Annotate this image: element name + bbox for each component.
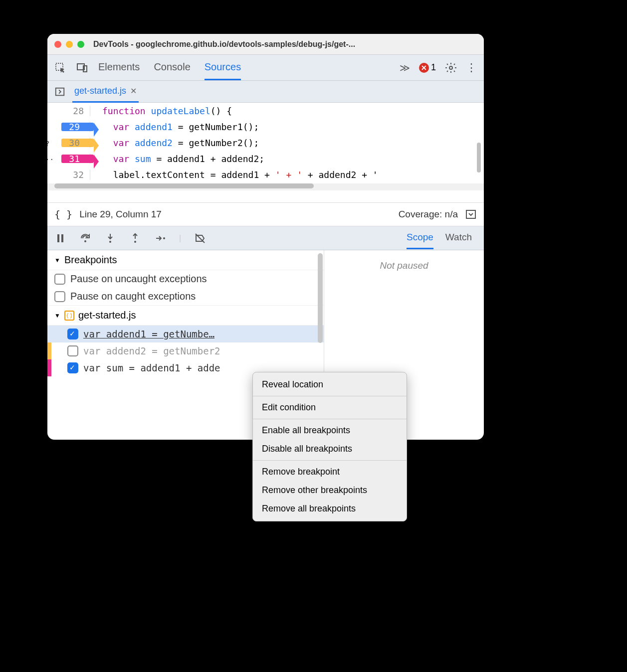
error-badge[interactable]: ✕ 1: [419, 62, 436, 73]
svg-point-9: [109, 241, 111, 243]
tab-sources[interactable]: Sources: [205, 55, 241, 80]
step-over-icon[interactable]: [79, 232, 91, 244]
toolbar-right: ≫ ✕ 1 ⋮: [400, 61, 477, 74]
traffic-lights: [54, 41, 84, 48]
svg-point-11: [163, 237, 165, 239]
coverage-status: Coverage: n/a: [399, 209, 458, 220]
svg-point-3: [449, 66, 452, 69]
cursor-position: Line 29, Column 17: [79, 209, 162, 220]
menu-item[interactable]: Edit condition: [253, 398, 407, 417]
code-content: var sum = addend1 + addend2;: [90, 154, 264, 164]
code-editor[interactable]: 28function updateLabel() {29 var addend1…: [47, 103, 484, 202]
breakpoint-file-header[interactable]: ▼ ⟨⟩ get-started.js: [47, 305, 324, 326]
menu-item[interactable]: Remove all breakpoints: [253, 500, 407, 518]
error-count: 1: [431, 62, 436, 73]
menu-item[interactable]: Remove breakpoint: [253, 463, 407, 481]
step-out-icon[interactable]: [129, 232, 141, 244]
file-tab-label: get-started.js: [74, 86, 126, 96]
scope-tabs: Scope Watch: [407, 227, 477, 249]
pause-uncaught-row[interactable]: Pause on uncaught exceptions: [47, 270, 324, 288]
breakpoint-stripe: [47, 342, 51, 359]
menu-separator: [253, 419, 407, 419]
horizontal-scrollbar[interactable]: [47, 183, 484, 190]
pretty-print-icon[interactable]: { }: [54, 208, 72, 220]
svg-rect-7: [61, 234, 63, 242]
pause-caught-checkbox[interactable]: [54, 291, 65, 302]
line-number[interactable]: 28: [47, 106, 90, 116]
breakpoints-header-label: Breakpoints: [64, 254, 117, 266]
kebab-menu-icon[interactable]: ⋮: [466, 61, 477, 74]
code-content: var addend1 = getNumber1();: [90, 122, 259, 132]
breakpoint-checkbox[interactable]: [67, 329, 78, 339]
breakpoint-item[interactable]: var addend2 = getNumber2: [47, 342, 324, 359]
svg-point-10: [134, 241, 136, 243]
svg-rect-5: [466, 210, 475, 218]
inspect-element-icon[interactable]: [54, 62, 66, 74]
device-toolbar-icon[interactable]: [76, 62, 88, 74]
pause-uncaught-label: Pause on uncaught exceptions: [70, 273, 207, 285]
svg-rect-6: [57, 234, 59, 242]
settings-icon[interactable]: [445, 62, 457, 74]
scope-message: Not paused: [380, 260, 428, 271]
deactivate-breakpoints-icon[interactable]: [194, 232, 206, 244]
disclosure-triangle-icon: ▼: [54, 312, 60, 319]
debug-toolbar: | Scope Watch: [47, 226, 484, 250]
titlebar: DevTools - googlechrome.github.io/devtoo…: [47, 34, 484, 55]
breakpoint-item[interactable]: var addend1 = getNumbe…: [47, 326, 324, 342]
vertical-scrollbar[interactable]: [477, 103, 483, 202]
breakpoint-label: var sum = addend1 + adde: [83, 362, 220, 373]
disclosure-triangle-icon: ▼: [54, 257, 60, 264]
pause-icon[interactable]: [54, 232, 66, 244]
collapse-panel-icon[interactable]: [465, 208, 477, 220]
line-number[interactable]: ?30: [47, 138, 90, 148]
breakpoint-stripe: [47, 359, 51, 376]
maximize-window-button[interactable]: [77, 41, 84, 48]
code-line[interactable]: 32 label.textContent = addend1 + ' + ' +…: [47, 167, 484, 182]
menu-item[interactable]: Remove other breakpoints: [253, 481, 407, 500]
js-file-icon: ⟨⟩: [64, 311, 74, 321]
status-bar: { } Line 29, Column 17 Coverage: n/a: [47, 202, 484, 226]
tab-console[interactable]: Console: [154, 55, 190, 80]
svg-rect-4: [56, 88, 64, 95]
tab-elements[interactable]: Elements: [98, 55, 140, 80]
pause-caught-label: Pause on caught exceptions: [70, 291, 196, 302]
code-line[interactable]: ?30 var addend2 = getNumber2();: [47, 135, 484, 151]
context-menu: Reveal location Edit condition Enable al…: [252, 372, 407, 521]
breakpoint-checkbox[interactable]: [67, 345, 78, 356]
code-content: var addend2 = getNumber2();: [90, 138, 259, 148]
step-into-icon[interactable]: [104, 232, 116, 244]
menu-item[interactable]: Disable all breakpoints: [253, 440, 407, 458]
tab-scope[interactable]: Scope: [407, 227, 433, 249]
pause-caught-row[interactable]: Pause on caught exceptions: [47, 288, 324, 305]
close-window-button[interactable]: [54, 41, 61, 48]
line-number[interactable]: 32: [47, 169, 90, 180]
navigator-toggle-icon[interactable]: [54, 86, 65, 97]
code-line[interactable]: 28function updateLabel() {: [47, 103, 484, 119]
menu-item[interactable]: Reveal location: [253, 375, 407, 394]
more-tabs-icon[interactable]: ≫: [400, 62, 410, 74]
panel-scrollbar[interactable]: [318, 253, 324, 343]
breakpoint-file-label: get-started.js: [78, 310, 136, 321]
error-icon: ✕: [419, 63, 429, 73]
code-content: function updateLabel() {: [90, 106, 232, 116]
menu-separator: [253, 396, 407, 396]
line-number[interactable]: ··31: [47, 154, 90, 164]
code-line[interactable]: ··31 var sum = addend1 + addend2;: [47, 151, 484, 167]
main-tabs: Elements Console Sources: [98, 55, 390, 80]
svg-point-8: [84, 240, 86, 242]
breakpoint-label: var addend2 = getNumber2: [83, 345, 220, 356]
minimize-window-button[interactable]: [66, 41, 73, 48]
main-toolbar: Elements Console Sources ≫ ✕ 1 ⋮: [47, 55, 484, 81]
line-number[interactable]: 29: [47, 122, 90, 132]
close-tab-icon[interactable]: ✕: [130, 86, 137, 96]
breakpoint-label: var addend1 = getNumbe…: [83, 329, 214, 339]
pause-uncaught-checkbox[interactable]: [54, 274, 65, 285]
tab-watch[interactable]: Watch: [445, 227, 472, 249]
breakpoint-checkbox[interactable]: [67, 362, 78, 373]
step-icon[interactable]: [154, 232, 166, 244]
breakpoints-header[interactable]: ▼ Breakpoints: [47, 250, 324, 270]
code-line[interactable]: 29 var addend1 = getNumber1();: [47, 119, 484, 135]
menu-item[interactable]: Enable all breakpoints: [253, 421, 407, 440]
code-content: label.textContent = addend1 + ' + ' + ad…: [90, 169, 378, 180]
file-tab[interactable]: get-started.js ✕: [72, 81, 139, 103]
